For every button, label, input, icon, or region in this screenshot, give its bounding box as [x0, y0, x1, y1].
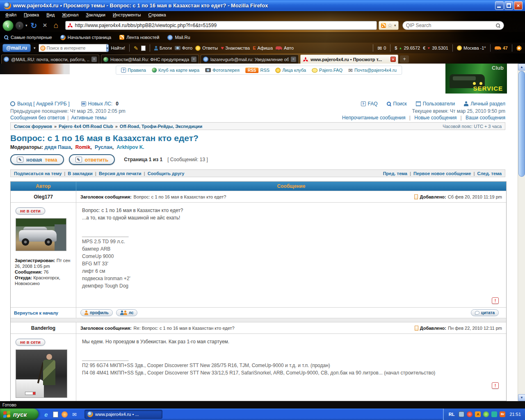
profile-button[interactable]: профиль	[80, 309, 113, 316]
new-pm-link[interactable]: ✉ Новых ЛС: 0	[81, 101, 119, 107]
faq-link[interactable]: ? FAQ	[361, 101, 378, 107]
post-author-name[interactable]: Oleg177	[11, 191, 76, 202]
header-link-faces[interactable]: Лица клуба	[275, 68, 306, 73]
tab-mailru-news[interactable]: Новости@Mail.Ru: ФНС предупрежда... ×	[101, 55, 199, 64]
tab-close-icon[interactable]: ×	[291, 57, 296, 62]
header-link-rss[interactable]: RSS RSS	[245, 68, 269, 73]
menu-history[interactable]: Журнал	[58, 11, 82, 18]
switcher-tray-icon[interactable]: A	[475, 411, 481, 417]
maximize-button[interactable]	[504, 1, 513, 10]
pm-button[interactable]: лс	[116, 309, 138, 316]
mail-counter[interactable]: ✉ 0	[377, 45, 386, 51]
ie-icon[interactable]: e	[43, 411, 50, 418]
chevron-down-icon[interactable]: ▾	[394, 23, 396, 27]
tab-close-icon[interactable]: ×	[91, 57, 97, 62]
post-icon[interactable]	[415, 326, 418, 331]
clock[interactable]: 21:51	[509, 412, 521, 417]
search-box[interactable]	[402, 21, 504, 30]
compose-icon[interactable]: ✎	[134, 45, 138, 51]
search-icon[interactable]	[496, 23, 500, 28]
close-button[interactable]: ×	[514, 1, 523, 10]
mailru-search-box[interactable]: @ ▾	[39, 44, 108, 52]
media-player-icon[interactable]	[62, 411, 68, 418]
page-icon[interactable]	[141, 46, 146, 51]
menu-view[interactable]: Вид	[43, 11, 58, 18]
stop-button[interactable]: ×	[41, 21, 50, 30]
report-button[interactable]: !	[492, 382, 499, 389]
breadcrumb-forums-index[interactable]: Список форумов	[14, 124, 52, 129]
ucp-link[interactable]: Личный раздел	[464, 101, 505, 107]
dropdown-button[interactable]: ▾	[106, 44, 109, 52]
chevron-down-icon[interactable]: ▾	[34, 46, 36, 50]
vertical-scrollbar[interactable]: ▲ ▼	[518, 64, 525, 401]
header-link-mail[interactable]: ✉ Почта@pajero4x4.ru	[348, 67, 397, 73]
header-link-rules[interactable]: ? Правила	[121, 68, 146, 73]
breadcrumb-forum[interactable]: Off-Road, Трофи-Рейды, Экспедиции	[120, 124, 202, 129]
tab-pajero-forum-active[interactable]: www.pajero4x4.ru • Просмотр т... ×	[300, 55, 398, 64]
mailru-link-auto[interactable]: Авто	[276, 46, 294, 50]
topic-title[interactable]: Вопрос: с 1 по 16 мая в Казахстан кто ед…	[10, 133, 199, 143]
unread-messages-link[interactable]: Непрочитанные сообщения	[342, 115, 405, 121]
active-topics-link[interactable]: Активные темы	[71, 115, 106, 121]
mail-client-icon[interactable]: ✉	[71, 411, 78, 418]
bookmark-star-icon[interactable]: ☆	[388, 22, 393, 29]
quote-button[interactable]: цитата	[471, 309, 499, 316]
mailru-link-blogs[interactable]: Блоги	[154, 46, 172, 50]
rss-icon[interactable]	[381, 23, 386, 28]
mailru-search-input[interactable]	[47, 46, 105, 50]
reply-button[interactable]: ✎ ответить	[69, 154, 115, 165]
breadcrumb-club[interactable]: Pajero 4x4 Off-Road Club	[59, 124, 113, 129]
traffic-widget[interactable]: 47	[495, 46, 508, 50]
members-link[interactable]: Пользователи	[416, 101, 455, 107]
usd-rate[interactable]: $ ▲ 29.6572	[395, 46, 420, 50]
post-icon[interactable]	[414, 194, 418, 199]
antivirus-tray-icon[interactable]	[467, 411, 472, 417]
menu-help[interactable]: Справка	[145, 11, 170, 18]
weather-widget[interactable]: Москва -1°	[457, 46, 486, 50]
mailru-link-photo[interactable]: Фото	[175, 46, 192, 50]
bookmark-link[interactable]: В закладки	[68, 171, 92, 176]
tab-mailru-mailbox[interactable]: @ lazarevgurb@mail.ru: Уведомление об...…	[201, 55, 299, 64]
bookmark-news-feed[interactable]: Лента новостей	[119, 35, 159, 40]
email-link[interactable]: Сообщить другу	[148, 171, 185, 176]
report-button[interactable]: !	[492, 297, 499, 304]
bookmark-most-popular[interactable]: Самые популярные	[4, 35, 52, 40]
messenger-tray-icon[interactable]	[491, 411, 497, 417]
back-to-top-link[interactable]: Вернуться к началу	[14, 310, 58, 315]
eur-rate[interactable]: € ▼ 39.5301	[423, 46, 448, 50]
menu-bookmarks[interactable]: Закладки	[82, 11, 109, 18]
header-link-faq[interactable]: Pajero.FAQ	[312, 68, 342, 73]
tab-close-icon[interactable]: ×	[191, 57, 196, 62]
home-button[interactable]: ⌂	[51, 21, 61, 30]
new-tab-button[interactable]: +	[400, 55, 409, 63]
logout-link[interactable]: Выход [ Андрей ГУРБ ]	[10, 101, 70, 107]
your-messages-link[interactable]: Ваши сообщения	[466, 115, 505, 121]
print-link[interactable]: Версия для печати	[99, 171, 142, 176]
club-service-banner[interactable]: Club SERVICE	[445, 64, 507, 94]
mailru-link-answers[interactable]: Ответы	[195, 46, 218, 51]
first-unread-link[interactable]: Первое новое сообщение	[413, 171, 471, 176]
menu-edit[interactable]: Правка	[20, 11, 43, 18]
address-input[interactable]	[75, 23, 375, 28]
moderator-link[interactable]: Arkhipov K.	[116, 144, 144, 150]
taskbar-firefox-task[interactable]: www.pajero4x4.ru • ...	[84, 410, 162, 419]
menu-tools[interactable]: Инструменты	[109, 11, 145, 18]
language-indicator[interactable]: RL	[449, 412, 455, 417]
start-button[interactable]: пуск	[0, 409, 39, 420]
url-bar[interactable]	[65, 21, 377, 30]
search-input[interactable]	[406, 23, 496, 28]
new-topic-button[interactable]: ✎ новая тема	[10, 154, 64, 165]
tab-mailru-home[interactable]: @ @MAIL.RU: почта, новости, работа, ... …	[1, 55, 99, 64]
mailru-logo-button[interactable]: @mail.ru	[2, 44, 31, 52]
subscribe-link[interactable]: Подписаться на тему	[14, 171, 62, 176]
moderator-link[interactable]: Руслан	[95, 144, 112, 150]
back-button[interactable]: ‹	[2, 20, 14, 31]
menu-file[interactable]: Файл	[2, 11, 20, 18]
browser-tray-icon[interactable]: Br	[500, 411, 505, 417]
mailru-find-button[interactable]: Найти!	[111, 46, 125, 50]
display-tray-icon[interactable]	[459, 411, 464, 417]
header-link-club-map[interactable]: Клуб на карте мира	[152, 68, 199, 73]
tab-close-icon[interactable]: ×	[390, 57, 396, 62]
gear-icon[interactable]	[516, 46, 522, 51]
moderator-link[interactable]: дядя Паша	[44, 144, 71, 150]
